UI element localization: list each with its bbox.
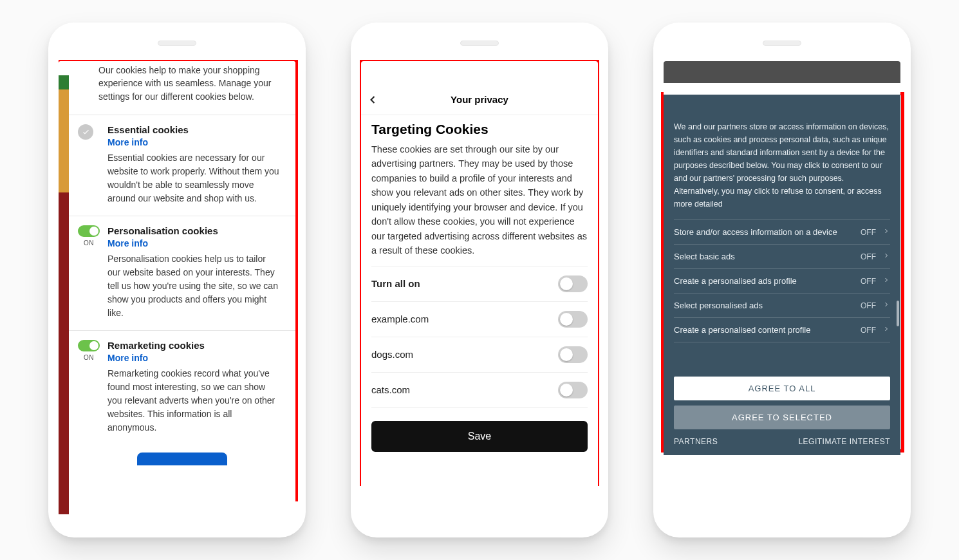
phone-mockup-1: Our cookies help to make your shopping e… (48, 23, 306, 537)
more-info-link[interactable]: More info (107, 137, 281, 147)
bg-stripe (59, 89, 69, 192)
purpose-item[interactable]: Select basic ads OFF (674, 244, 890, 268)
row-label: Turn all on (371, 278, 420, 289)
phone-mockup-3: We and our partners store or access info… (653, 23, 911, 537)
phone-mockup-2: Your privacy Targeting Cookies These coo… (351, 23, 608, 537)
chevron-left-icon (366, 93, 379, 106)
purpose-label: Select personalised ads (674, 301, 854, 310)
cookie-section-essential: Essential cookies More info Essential co… (69, 115, 295, 216)
agree-all-button[interactable]: AGREE TO ALL (674, 377, 890, 400)
screen: We and our partners store or access info… (664, 61, 900, 522)
partners-link[interactable]: PARTNERS (674, 437, 718, 446)
section-desc: Personalisation cookies help us to tailo… (107, 252, 281, 320)
save-button[interactable]: Save (371, 421, 588, 452)
toggle-row: example.com (371, 302, 588, 337)
more-info-link[interactable]: More info (107, 353, 281, 363)
toggle-row: cats.com (371, 373, 588, 408)
toggle-label: OFF (861, 301, 876, 310)
bg-stripe (59, 192, 69, 514)
cookie-section-remarketing: ON Remarketing cookies More info Remarke… (69, 330, 295, 445)
footer-links: PARTNERS LEGITIMATE INTEREST (674, 437, 890, 446)
purpose-label: Select basic ads (674, 252, 854, 261)
purpose-label: Create a personalised ads profile (674, 276, 854, 286)
toggle-label: OFF (861, 252, 876, 261)
more-info-link[interactable]: More info (107, 238, 281, 248)
chevron-right-icon (882, 252, 890, 261)
page-heading: Targeting Cookies (371, 122, 588, 137)
toggle-switch[interactable] (558, 346, 588, 363)
phone-speaker (460, 41, 499, 46)
consent-intro: We and our partners store or access info… (674, 120, 890, 210)
check-icon (78, 124, 93, 140)
chevron-right-icon (882, 325, 890, 335)
chevron-right-icon (882, 276, 890, 286)
screen: Our cookies help to make your shopping e… (59, 61, 295, 522)
toggle-switch[interactable] (558, 382, 588, 398)
primary-button[interactable] (137, 453, 227, 465)
purpose-label: Create a personalised content profile (674, 325, 854, 335)
bg-stripe (59, 75, 69, 89)
purpose-item[interactable]: Create a personalised ads profile OFF (674, 268, 890, 293)
section-title: Essential cookies (107, 124, 281, 135)
page-description: These cookies are set through our site b… (371, 142, 588, 258)
agree-selected-button[interactable]: AGREE TO SELECTED (674, 406, 890, 429)
purpose-item[interactable]: Select personalised ads OFF (674, 293, 890, 317)
toggle-switch[interactable] (558, 275, 588, 292)
toggle-state-label: ON (78, 239, 100, 247)
toggle-state-label: ON (78, 354, 100, 361)
purpose-item[interactable]: Store and/or access information on a dev… (674, 219, 890, 244)
section-title: Remarketing cookies (107, 340, 281, 351)
toggle-label: OFF (861, 326, 876, 335)
row-label: cats.com (371, 384, 410, 395)
toggle-label: OFF (861, 277, 876, 286)
section-desc: Remarketing cookies record what you've f… (107, 367, 281, 434)
toggle-switch[interactable] (78, 340, 100, 351)
phone-speaker (763, 41, 801, 46)
row-label: dogs.com (371, 349, 413, 360)
chevron-right-icon (882, 227, 890, 237)
purpose-item[interactable]: Create a personalised content profile OF… (674, 317, 890, 342)
section-desc: Essential cookies are necessary for our … (107, 151, 281, 205)
scrollbar-thumb[interactable] (897, 301, 899, 326)
toggle-label: OFF (861, 228, 876, 237)
phone-speaker (158, 41, 196, 46)
purpose-label: Store and/or access information on a dev… (674, 227, 854, 237)
top-nav-bar (664, 61, 900, 83)
back-button[interactable] (366, 93, 379, 109)
screen: Your privacy Targeting Cookies These coo… (361, 61, 598, 522)
header-title: Your privacy (451, 94, 508, 105)
section-title: Personalisation cookies (107, 225, 281, 236)
consent-panel: We and our partners store or access info… (664, 95, 900, 455)
legitimate-interest-link[interactable]: LEGITIMATE INTEREST (798, 437, 890, 446)
toggle-switch[interactable] (78, 225, 100, 237)
toggle-switch[interactable] (558, 311, 588, 328)
purpose-list: Store and/or access information on a dev… (674, 219, 890, 371)
row-label: example.com (371, 313, 429, 324)
toggle-row: dogs.com (371, 337, 588, 373)
toggle-row-all: Turn all on (371, 266, 588, 302)
chevron-right-icon (882, 301, 890, 310)
cookie-settings-panel: Our cookies help to make your shopping e… (69, 61, 295, 522)
intro-text: Our cookies help to make your shopping e… (69, 61, 295, 115)
modal-header: Your privacy (361, 84, 598, 115)
cookie-section-personalisation: ON Personalisation cookies More info Per… (69, 216, 295, 330)
